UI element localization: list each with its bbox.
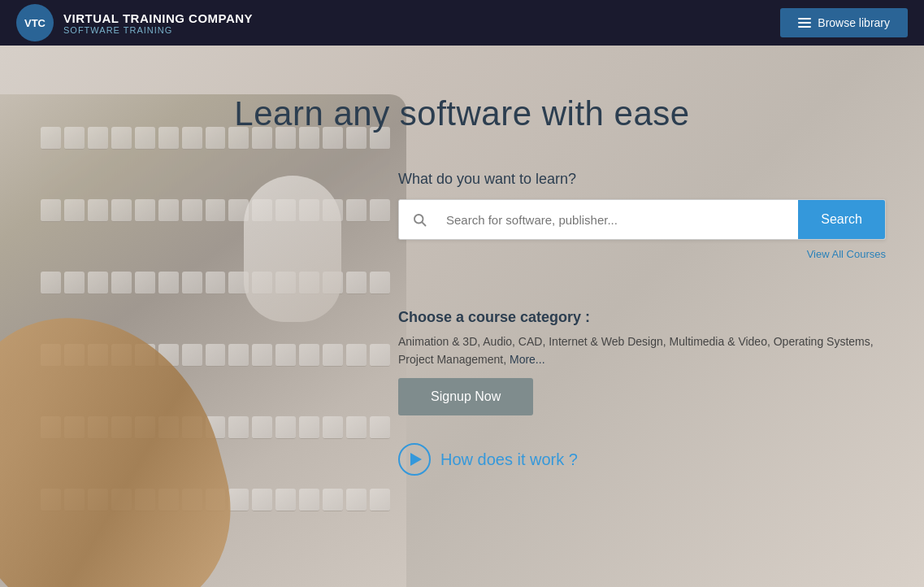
signup-section: Signup Now (398, 378, 533, 415)
brand-subtitle: SOFTWARE TRAINING (63, 25, 253, 35)
vtc-logo: VTC (16, 4, 54, 41)
browse-library-button[interactable]: Browse library (780, 8, 908, 37)
menu-icon (798, 18, 811, 28)
how-it-works-link[interactable]: How does it work ? (440, 450, 578, 469)
search-input[interactable] (440, 200, 798, 239)
signup-button[interactable]: Signup Now (398, 378, 533, 415)
svg-line-1 (422, 222, 425, 225)
search-button[interactable]: Search (798, 200, 885, 239)
category-heading: Choose a course category : (398, 309, 878, 326)
search-section: What do you want to learn? Search View A… (398, 171, 886, 260)
search-icon-wrap (399, 200, 440, 239)
keyboard-image (0, 94, 406, 587)
category-list-text: Animation & 3D, Audio, CAD, Internet & W… (398, 335, 874, 366)
view-all-courses-link[interactable]: View All Courses (398, 248, 886, 260)
hero-headline: Learn any software with ease (0, 94, 924, 133)
play-triangle (410, 453, 422, 466)
mouse-image (244, 176, 341, 322)
how-it-works-section[interactable]: How does it work ? (398, 443, 578, 476)
search-bar: Search (398, 199, 886, 240)
play-icon (398, 443, 431, 476)
brand-text: VIRTUAL TRAINING COMPANY SOFTWARE TRAINI… (63, 11, 253, 35)
more-categories-link[interactable]: More... (510, 353, 545, 366)
category-list: Animation & 3D, Audio, CAD, Internet & W… (398, 333, 878, 369)
search-label: What do you want to learn? (398, 171, 886, 188)
categories-section: Choose a course category : Animation & 3… (398, 309, 878, 369)
hero-headline-area: Learn any software with ease (0, 46, 924, 133)
navigation: VTC VIRTUAL TRAINING COMPANY SOFTWARE TR… (0, 0, 924, 46)
brand-title: VIRTUAL TRAINING COMPANY (63, 11, 253, 25)
brand-area: VTC VIRTUAL TRAINING COMPANY SOFTWARE TR… (16, 4, 253, 41)
search-icon (412, 212, 427, 227)
